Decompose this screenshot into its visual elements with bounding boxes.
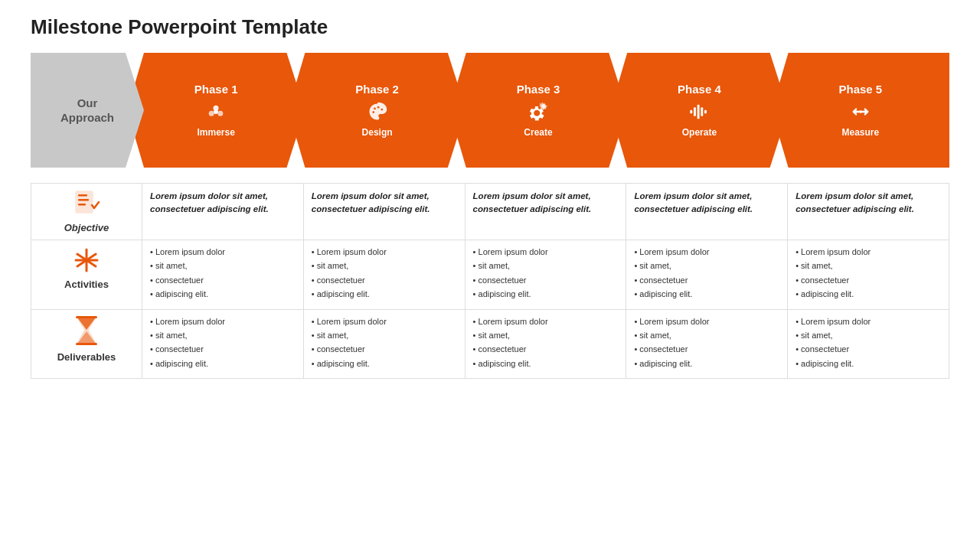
svg-rect-18 [78, 194, 87, 197]
deliverables-label-cell: Deliverables [31, 309, 142, 379]
activities-phase1: Lorem ipsum dolor sit amet, consectetuer… [142, 240, 304, 310]
phase-5-label: Phase 5 [838, 83, 882, 96]
checklist-icon [73, 190, 100, 217]
svg-rect-10 [694, 107, 696, 116]
svg-rect-20 [78, 204, 86, 206]
activities-row: Activities Lorem ipsum dolor sit amet, c… [31, 240, 949, 310]
objective-phase3: Lorem ipsum dolor sit amet, consectetuer… [465, 184, 626, 240]
activities-phase5: Lorem ipsum dolor sit amet, consectetuer… [788, 240, 949, 310]
svg-rect-26 [76, 343, 97, 345]
hourglass-icon [73, 316, 100, 347]
svg-rect-25 [76, 316, 97, 318]
phase-5-chevron: Phase 5 Measure [772, 53, 949, 168]
activities-phase2: Lorem ipsum dolor sit amet, consectetuer… [303, 240, 465, 310]
deliverables-row: Deliverables Lorem ipsum dolor sit amet,… [31, 309, 949, 379]
svg-point-16 [864, 110, 867, 113]
svg-point-1 [209, 111, 214, 116]
phase-3-chevron: Phase 3 Create [449, 53, 627, 168]
phase-1-label: Phase 1 [194, 83, 238, 96]
svg-point-6 [377, 106, 379, 109]
objective-phase1: Lorem ipsum dolor sit amet, consectetuer… [142, 184, 304, 240]
phase-1-sublabel: Immerse [198, 127, 235, 138]
svg-point-4 [372, 111, 374, 113]
deliverables-phase4: Lorem ipsum dolor sit amet, consectetuer… [626, 309, 788, 379]
measure-icon [850, 101, 871, 122]
activities-phase3: Lorem ipsum dolor sit amet, consectetuer… [465, 240, 626, 310]
activities-label-cell: Activities [31, 240, 142, 310]
phase-2-sublabel: Design [362, 127, 393, 138]
svg-rect-12 [701, 107, 704, 116]
svg-point-3 [214, 109, 218, 114]
objective-label-text: Objective [39, 222, 134, 233]
phase-2-chevron: Phase 2 Design [288, 53, 466, 168]
activities-label-text: Activities [39, 279, 134, 290]
immerse-icon [205, 101, 227, 122]
svg-point-7 [381, 109, 383, 111]
phase-3-label: Phase 3 [517, 83, 560, 96]
design-icon [367, 101, 388, 122]
create-icon [528, 101, 549, 122]
objective-phase2: Lorem ipsum dolor sit amet, consectetuer… [303, 184, 465, 240]
svg-point-2 [218, 111, 224, 116]
approach-label: OurApproach [31, 53, 144, 168]
phase-1-chevron: Phase 1 Immerse [127, 53, 305, 168]
phase-3-sublabel: Create [524, 127, 552, 138]
deliverables-phase2: Lorem ipsum dolor sit amet, consectetuer… [303, 309, 465, 379]
deliverables-phase3: Lorem ipsum dolor sit amet, consectetuer… [465, 309, 626, 379]
phase-4-chevron: Phase 4 Operate [610, 53, 788, 168]
svg-rect-9 [691, 110, 693, 114]
objective-phase5: Lorem ipsum dolor sit amet, consectetuer… [788, 184, 949, 240]
svg-rect-11 [697, 105, 700, 119]
arrow-banner: OurApproach Phase 1 Immerse Phase 2 [31, 53, 949, 168]
page-title: Milestone Powerpoint Template [31, 15, 949, 39]
svg-point-15 [854, 110, 858, 113]
objective-row: Objective Lorem ipsum dolor sit amet, co… [31, 184, 949, 240]
phase-4-label: Phase 4 [678, 83, 721, 96]
activities-phase4: Lorem ipsum dolor sit amet, consectetuer… [626, 240, 788, 310]
content-table: Objective Lorem ipsum dolor sit amet, co… [31, 183, 949, 379]
phase-2-label: Phase 2 [355, 83, 399, 96]
objective-phase4: Lorem ipsum dolor sit amet, consectetuer… [626, 184, 788, 240]
activities-icon [71, 246, 102, 274]
phase-5-sublabel: Measure [841, 127, 879, 138]
deliverables-label-text: Deliverables [39, 351, 134, 363]
svg-rect-13 [704, 110, 707, 114]
phase-4-sublabel: Operate [682, 127, 717, 138]
svg-point-14 [859, 110, 862, 113]
operate-icon [688, 101, 710, 122]
objective-label-cell: Objective [31, 184, 142, 240]
deliverables-phase5: Lorem ipsum dolor sit amet, consectetuer… [788, 309, 949, 379]
svg-point-5 [374, 108, 376, 110]
deliverables-phase1: Lorem ipsum dolor sit amet, consectetuer… [142, 309, 304, 379]
svg-rect-19 [78, 199, 89, 201]
